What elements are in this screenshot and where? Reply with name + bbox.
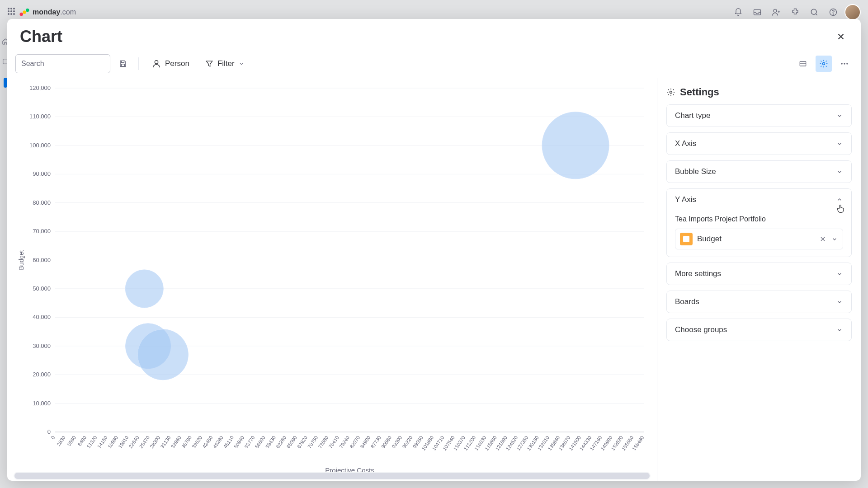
svg-point-3 xyxy=(8,10,9,12)
settings-toggle-icon[interactable] xyxy=(816,56,832,72)
notifications-icon[interactable] xyxy=(731,5,746,20)
svg-text:62260: 62260 xyxy=(275,435,287,449)
svg-text:65090: 65090 xyxy=(285,435,297,449)
svg-point-113 xyxy=(137,329,188,380)
svg-point-114 xyxy=(542,112,609,179)
svg-point-0 xyxy=(8,8,9,9)
search-icon[interactable] xyxy=(807,5,822,20)
svg-rect-12 xyxy=(754,9,761,15)
acc-bubble-size[interactable]: Bubble Size xyxy=(666,160,852,183)
settings-panel: Settings Chart type X Axis Bubble Size Y… xyxy=(657,78,861,481)
svg-point-25 xyxy=(846,63,848,64)
svg-text:40,000: 40,000 xyxy=(33,314,51,320)
acc-choose-groups[interactable]: Choose groups xyxy=(666,319,852,341)
brand-logo[interactable]: monday.com xyxy=(19,7,76,18)
svg-text:82070: 82070 xyxy=(349,435,361,449)
more-menu-icon[interactable] xyxy=(836,56,853,72)
svg-point-4 xyxy=(10,10,12,12)
svg-text:70,000: 70,000 xyxy=(33,228,51,235)
svg-text:39620: 39620 xyxy=(191,435,203,449)
chevron-down-icon xyxy=(836,326,843,333)
svg-text:10,000: 10,000 xyxy=(33,400,51,407)
close-button[interactable] xyxy=(834,29,848,44)
svg-text:19810: 19810 xyxy=(117,435,129,449)
person-filter[interactable]: Person xyxy=(146,54,195,73)
svg-point-11 xyxy=(26,9,29,12)
chevron-up-icon xyxy=(836,196,843,203)
active-workspace-indicator xyxy=(4,78,7,88)
acc-boards[interactable]: Boards xyxy=(666,291,852,313)
svg-rect-19 xyxy=(122,64,125,66)
apps-marketplace-icon[interactable] xyxy=(788,5,803,20)
chevron-down-icon xyxy=(836,270,843,277)
search-input-wrap[interactable] xyxy=(15,54,110,73)
search-input[interactable] xyxy=(21,60,112,68)
svg-point-115 xyxy=(670,91,672,94)
svg-text:16980: 16980 xyxy=(107,435,119,449)
filter-label: Filter xyxy=(217,59,235,68)
chevron-down-icon xyxy=(836,298,843,305)
horizontal-scrollbar[interactable] xyxy=(14,472,651,480)
acc-x-axis[interactable]: X Axis xyxy=(666,132,852,155)
chart-canvas: 010,00020,00030,00040,00050,00060,00070,… xyxy=(7,78,657,481)
svg-text:20,000: 20,000 xyxy=(33,371,51,378)
svg-text:11320: 11320 xyxy=(85,435,98,449)
svg-text:28300: 28300 xyxy=(149,435,161,449)
svg-point-2 xyxy=(13,8,15,9)
svg-point-9 xyxy=(20,13,24,16)
apps-grid-icon[interactable] xyxy=(7,7,15,17)
brand-strong: monday xyxy=(33,8,60,16)
numbers-column-icon xyxy=(680,233,693,245)
invite-icon[interactable] xyxy=(769,5,784,20)
svg-text:87730: 87730 xyxy=(370,435,382,449)
y-axis-picker[interactable]: Budget xyxy=(675,229,843,249)
svg-point-16 xyxy=(833,14,833,14)
acc-y-axis-head[interactable]: Y Axis xyxy=(667,189,851,211)
svg-point-111 xyxy=(125,270,163,308)
svg-text:53770: 53770 xyxy=(243,435,255,449)
cursor-hand-icon xyxy=(835,203,846,214)
svg-text:96220: 96220 xyxy=(401,435,413,449)
acc-more-settings[interactable]: More settings xyxy=(666,263,852,285)
filter-button[interactable]: Filter xyxy=(199,54,250,73)
svg-text:50940: 50940 xyxy=(233,435,245,449)
svg-text:73580: 73580 xyxy=(317,435,329,449)
chevron-down-icon xyxy=(836,168,843,175)
chart-svg: 010,00020,00030,00040,00050,00060,00070,… xyxy=(16,84,651,475)
svg-text:50,000: 50,000 xyxy=(33,285,51,292)
svg-text:Budget: Budget xyxy=(18,250,25,270)
svg-text:93390: 93390 xyxy=(391,435,403,449)
svg-text:22640: 22640 xyxy=(127,435,140,449)
chevron-down-icon xyxy=(238,61,245,67)
svg-text:110,000: 110,000 xyxy=(29,113,51,120)
svg-text:0: 0 xyxy=(47,428,51,435)
svg-text:70750: 70750 xyxy=(307,435,319,449)
svg-text:60,000: 60,000 xyxy=(33,257,51,263)
chevron-down-icon[interactable] xyxy=(831,235,838,243)
svg-text:30,000: 30,000 xyxy=(33,343,51,349)
save-view-icon[interactable] xyxy=(115,56,131,72)
clear-icon[interactable] xyxy=(819,235,826,243)
svg-point-23 xyxy=(841,63,843,64)
svg-text:120,000: 120,000 xyxy=(29,84,51,91)
y-axis-board-label: Tea Imports Project Portfolio xyxy=(675,215,843,223)
inbox-icon[interactable] xyxy=(750,5,765,20)
help-icon[interactable] xyxy=(826,5,841,20)
fullscreen-icon[interactable] xyxy=(795,56,811,72)
modal-toolbar: Person Filter xyxy=(7,50,861,78)
person-label: Person xyxy=(165,59,189,68)
chart-modal: Chart Person Filter 010,00020,00030,000 xyxy=(7,19,861,481)
acc-chart-type[interactable]: Chart type xyxy=(666,104,852,127)
y-axis-value: Budget xyxy=(697,235,815,244)
chevron-down-icon xyxy=(836,112,843,119)
svg-text:0: 0 xyxy=(50,435,56,440)
user-avatar[interactable] xyxy=(844,4,861,20)
svg-text:76410: 76410 xyxy=(327,435,340,449)
svg-text:84900: 84900 xyxy=(359,435,371,449)
svg-text:79240: 79240 xyxy=(338,435,350,449)
svg-text:80,000: 80,000 xyxy=(33,199,51,206)
svg-text:14150: 14150 xyxy=(96,435,108,449)
svg-text:31130: 31130 xyxy=(159,435,171,449)
brand-light: .com xyxy=(60,8,76,16)
svg-text:67920: 67920 xyxy=(296,435,308,449)
